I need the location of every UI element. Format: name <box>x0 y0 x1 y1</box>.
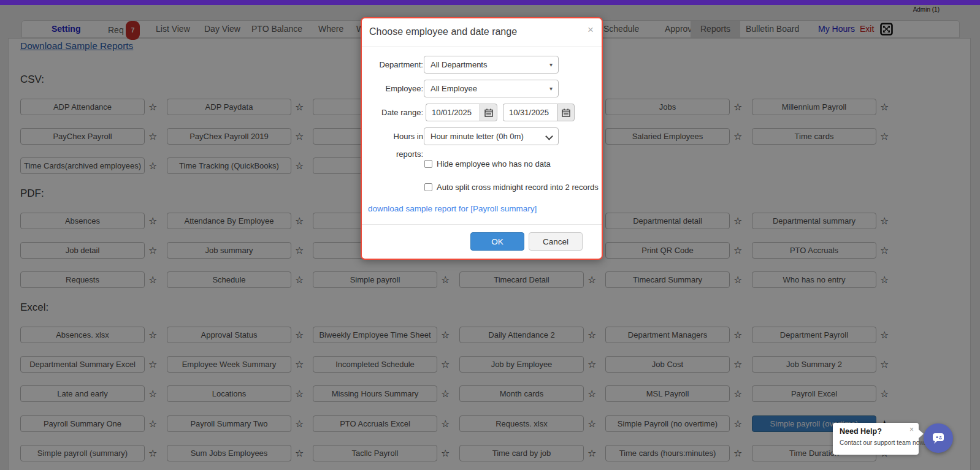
end-date-group: 10/31/2025 <box>503 104 575 121</box>
department-label: Department: <box>364 56 423 74</box>
employee-select-value: All Employee <box>431 84 477 93</box>
employee-label: Employee: <box>364 80 423 97</box>
close-icon[interactable]: × <box>909 425 914 434</box>
choose-employee-date-range-dialog: Choose employee and date range × Departm… <box>361 17 603 260</box>
auto-split-checkbox-row: Auto split cross midnight record into 2 … <box>424 182 599 192</box>
auto-split-checkbox-label: Auto split cross midnight record into 2 … <box>437 183 599 192</box>
hide-employee-checkbox-row: Hide employee who has no data <box>424 159 551 169</box>
close-icon[interactable]: × <box>588 24 594 36</box>
top-purple-bar <box>0 0 980 5</box>
calendar-icon[interactable] <box>480 104 497 121</box>
calendar-icon[interactable] <box>557 104 575 121</box>
auto-split-checkbox[interactable] <box>424 183 432 191</box>
department-select[interactable]: All Departments ▾ <box>424 56 559 74</box>
end-date-input[interactable]: 10/31/2025 <box>503 104 557 121</box>
hide-employee-checkbox-label: Hide employee who has no data <box>437 159 551 169</box>
footer-divider <box>362 224 602 225</box>
employee-select[interactable]: All Employee ▾ <box>424 80 559 97</box>
need-help-text: Contact our support team now. <box>840 439 925 446</box>
chat-bubble-icon <box>930 430 946 446</box>
download-sample-report-link[interactable]: download sample report for [Payroll summ… <box>368 204 537 213</box>
dialog-title: Choose employee and date range <box>369 26 517 37</box>
hours-format-value: Hour minute letter (0h 0m) <box>431 132 524 141</box>
caret-down-icon: ▾ <box>549 56 553 73</box>
chat-support-button[interactable] <box>924 423 953 453</box>
cancel-button[interactable]: Cancel <box>529 232 583 251</box>
hide-employee-checkbox[interactable] <box>424 160 432 168</box>
need-help-title: Need Help? <box>840 427 882 436</box>
hours-format-select[interactable]: Hour minute letter (0h 0m) <box>424 127 559 145</box>
ok-button[interactable]: OK <box>470 232 524 251</box>
start-date-input[interactable]: 10/01/2025 <box>426 104 480 121</box>
need-help-popup: Need Help? Contact our support team now.… <box>833 423 919 455</box>
caret-down-icon: ▾ <box>549 80 553 97</box>
department-select-value: All Departments <box>431 60 487 69</box>
hours-in-reports-label: Hours in reports: <box>364 127 423 163</box>
date-range-label: Date range: <box>364 104 423 121</box>
dialog-header: Choose employee and date range × <box>362 18 602 47</box>
start-date-group: 10/01/2025 <box>426 104 497 121</box>
